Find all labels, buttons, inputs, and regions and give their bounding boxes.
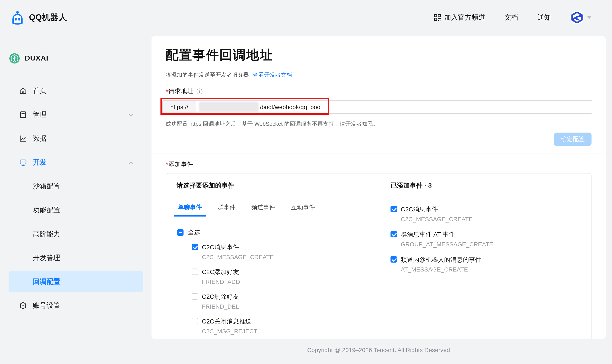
section-divider	[152, 153, 606, 154]
event-row[interactable]: C2C删除好友 FRIEND_DEL	[192, 292, 383, 312]
sidebar-item-label: 数据	[33, 134, 46, 143]
sidebar-item-label: 开发管理	[33, 253, 60, 262]
body-row: DUXAI 首页	[0, 35, 612, 364]
event-code: FRIEND_ADD	[202, 277, 240, 287]
sidebar-item-home[interactable]: 首页	[0, 79, 152, 103]
page-title: 配置事件回调地址	[166, 46, 592, 64]
home-icon	[19, 87, 27, 95]
added-event-row[interactable]: 群消息事件 AT 事件 GROUP_AT_MESSAGE_CREATE	[390, 230, 591, 249]
event-picker-column: 请选择要添加的事件 单聊事件 群事件 频道事件 互动事件 全选	[166, 173, 383, 339]
request-url-label: * 请求地址	[166, 87, 592, 95]
event-checkbox-checked[interactable]	[390, 231, 397, 237]
nav-join-channel-label: 加入官方频道	[444, 13, 485, 22]
user-avatar[interactable]	[570, 11, 584, 24]
sidebar-item-data[interactable]: 数据	[0, 127, 152, 150]
copyright-footer: Copyright @ 2019–2026 Tencent. All Right…	[152, 347, 606, 353]
sidebar-menu: 首页 管理	[0, 79, 152, 318]
request-url-input[interactable]: https:// /boot/webhook/qq_boot	[162, 100, 592, 114]
main-area: 配置事件回调地址 将添加的事件发送至开发者服务器 查看开发者文档 * 请求地址	[152, 35, 612, 364]
robot-logo-icon	[10, 10, 25, 25]
sidebar-item-label: 开发	[33, 158, 46, 167]
avatar-knot-logo-icon	[570, 11, 584, 24]
add-events-label-text: 添加事件	[168, 160, 193, 168]
sidebar-divider	[9, 69, 143, 69]
tab-interaction-events[interactable]: 互动事件	[287, 202, 319, 217]
sidebar-item-dev-manage[interactable]: 开发管理	[0, 246, 152, 270]
brand-logo[interactable]: QQ机器人	[10, 10, 67, 25]
select-all-checkbox-indeterminate[interactable]	[177, 229, 183, 236]
event-title: C2C消息事件	[401, 205, 473, 214]
sidebar-item-sandbox-config[interactable]: 沙箱配置	[0, 174, 152, 198]
added-events-list: C2C消息事件 C2C_MESSAGE_CREATE 群消息事件 AT 事件 G…	[390, 205, 591, 274]
event-code: AT_MESSAGE_CREATE	[401, 264, 481, 274]
event-title: 频道内@机器人的消息的事件	[401, 255, 481, 264]
redacted-host-blur	[199, 102, 259, 112]
added-event-row[interactable]: C2C消息事件 C2C_MESSAGE_CREATE	[390, 205, 591, 224]
bot-name: DUXAI	[25, 54, 48, 63]
request-url-label-text: 请求地址	[168, 87, 193, 95]
developer-docs-link[interactable]: 查看开发者文档	[253, 71, 292, 79]
sidebar-item-label: 账号设置	[33, 301, 60, 310]
confirm-config-button[interactable]: 确定配置	[554, 132, 592, 146]
tab-c2c-events[interactable]: 单聊事件	[174, 202, 206, 217]
chevron-down-icon	[128, 111, 134, 118]
hexagon-settings-icon	[19, 301, 27, 310]
event-checkbox-unchecked[interactable]	[192, 318, 198, 324]
page: QQ机器人 加入官方频道 文档 通知	[0, 0, 612, 364]
websocket-hint-text: 成功配置 https 回调地址之后，基于 WebSocket 的回调服务不再支持…	[166, 120, 592, 128]
sidebar-item-manage[interactable]: 管理	[0, 103, 152, 127]
select-all-row[interactable]: 全选	[177, 228, 383, 236]
event-code: GROUP_AT_MESSAGE_CREATE	[401, 239, 493, 249]
sidebar-item-advanced-ability[interactable]: 高阶能力	[0, 222, 152, 246]
sidebar-item-label: 高阶能力	[33, 230, 60, 238]
sidebar-item-label: 首页	[33, 86, 46, 95]
event-checkbox-checked[interactable]	[390, 206, 397, 212]
sidebar-item-callback-config[interactable]: 回调配置	[9, 271, 143, 292]
event-selector-panel: 请选择要添加的事件 单聊事件 群事件 频道事件 互动事件 全选	[166, 173, 592, 339]
sidebar-item-label: 回调配置	[33, 277, 60, 286]
event-checkbox-checked[interactable]	[390, 256, 397, 262]
monitor-icon	[19, 158, 27, 167]
added-event-row[interactable]: 频道内@机器人的消息的事件 AT_MESSAGE_CREATE	[390, 255, 591, 274]
event-title: C2C添加好友	[202, 267, 240, 277]
page-subtitle: 将添加的事件发送至开发者服务器 查看开发者文档	[166, 71, 592, 79]
sidebar-item-develop[interactable]: 开发	[0, 150, 152, 174]
event-checkbox-checked[interactable]	[192, 244, 198, 250]
event-code: C2C_MESSAGE_CREATE	[401, 214, 473, 224]
added-events-header: 已添加事件 · 3	[383, 173, 591, 198]
top-nav: 加入官方频道 文档 通知	[434, 11, 592, 24]
event-row[interactable]: C2C关闭消息推送 C2C_MSG_REJECT	[192, 317, 383, 336]
required-asterisk: *	[166, 88, 168, 95]
event-row[interactable]: C2C消息事件 C2C_MESSAGE_CREATE	[192, 243, 383, 262]
info-icon[interactable]	[196, 88, 203, 95]
sidebar-item-label: 沙箱配置	[33, 182, 60, 191]
event-code: FRIEND_DEL	[202, 301, 239, 312]
picker-header: 请选择要添加的事件	[166, 173, 383, 198]
nav-docs[interactable]: 文档	[504, 13, 518, 22]
tab-channel-events[interactable]: 频道事件	[247, 202, 279, 217]
url-scheme-prefix: https://	[163, 101, 196, 113]
chart-icon	[19, 134, 27, 143]
chevron-up-icon	[128, 158, 134, 166]
event-checkbox-unchecked[interactable]	[192, 293, 198, 300]
tab-group-events[interactable]: 群事件	[213, 202, 240, 217]
event-checkbox-unchecked[interactable]	[192, 269, 198, 275]
nav-notifications[interactable]: 通知	[537, 13, 551, 22]
sidebar-item-account-settings[interactable]: 账号设置	[0, 294, 152, 318]
sidebar-item-feature-config[interactable]: 功能配置	[0, 198, 152, 222]
required-asterisk: *	[166, 161, 168, 168]
chevron-down-icon[interactable]	[587, 16, 592, 19]
nav-join-channel[interactable]: 加入官方频道	[434, 13, 485, 22]
event-row[interactable]: C2C添加好友 FRIEND_ADD	[192, 267, 383, 287]
bot-selector[interactable]: DUXAI	[0, 52, 152, 65]
event-title: 群消息事件 AT 事件	[401, 230, 493, 239]
request-url-row: https:// /boot/webhook/qq_boot	[166, 100, 592, 114]
event-code: C2C_MSG_REJECT	[202, 326, 257, 336]
subtitle-text: 将添加的事件发送至开发者服务器	[166, 71, 249, 79]
callback-config-card: 配置事件回调地址 将添加的事件发送至开发者服务器 查看开发者文档 * 请求地址	[152, 36, 606, 339]
event-title: C2C关闭消息推送	[202, 317, 257, 326]
event-title: C2C删除好友	[202, 292, 239, 301]
document-icon	[19, 110, 27, 119]
event-code: C2C_MESSAGE_CREATE	[202, 252, 274, 262]
bot-avatar	[9, 53, 20, 64]
